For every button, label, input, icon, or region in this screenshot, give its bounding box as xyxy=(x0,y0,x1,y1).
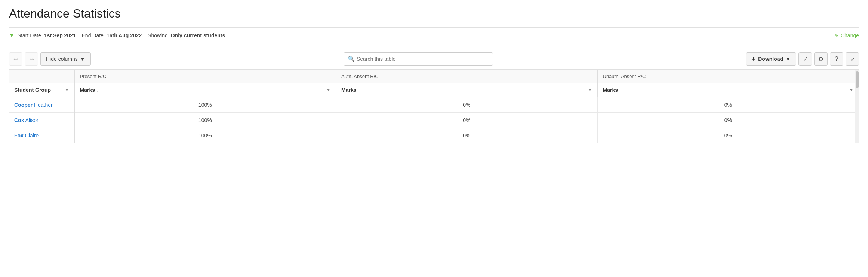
vertical-scrollbar[interactable] xyxy=(855,70,859,143)
filter-text-prefix: Start Date xyxy=(18,32,41,38)
undo-icon: ↩ xyxy=(13,56,18,63)
toolbar: ↩ ↪ Hide columns ▼ 🔍 ⬇ Download ▼ ✓ xyxy=(9,49,859,70)
col-group-student-group xyxy=(9,70,74,83)
unauth-absent-cell: 0% xyxy=(597,128,859,143)
col-group-unauth-absent-rc: Unauth. Absent R/C xyxy=(597,70,859,83)
hide-columns-button[interactable]: Hide columns ▼ xyxy=(40,52,91,66)
toolbar-right: ⬇ Download ▼ ✓ ⚙ ? ⤢ xyxy=(746,52,859,66)
col-marks-auth-header[interactable]: Marks ▼ xyxy=(336,83,598,97)
hide-columns-label: Hide columns xyxy=(46,56,78,62)
pencil-icon: ✎ xyxy=(834,32,839,38)
page-title: Attendance Statistics xyxy=(9,7,859,21)
student-name-cell: Cooper Heather xyxy=(9,97,74,113)
scroll-thumb xyxy=(856,71,859,88)
col-student-group-header[interactable]: Student Group ▼ xyxy=(9,83,74,97)
table-row: Cooper Heather 100% 0% 0% xyxy=(9,97,859,113)
marks-auth-label: Marks xyxy=(341,87,356,93)
download-label: Download xyxy=(758,56,783,62)
check-icon: ✓ xyxy=(803,56,808,63)
download-icon: ⬇ xyxy=(751,56,756,62)
student-link[interactable]: Cox Alison xyxy=(14,117,40,123)
redo-button[interactable]: ↪ xyxy=(25,52,38,66)
filter-end-date: 16th Aug 2022 xyxy=(107,32,142,38)
unauth-absent-cell: 0% xyxy=(597,113,859,128)
table-row: Fox Claire 100% 0% 0% xyxy=(9,128,859,143)
change-label: Change xyxy=(841,32,859,38)
col-group-header-row: Present R/C Auth. Absent R/C Unauth. Abs… xyxy=(9,70,859,83)
download-button[interactable]: ⬇ Download ▼ xyxy=(746,52,796,66)
marks-present-sort-icon: ↓ xyxy=(96,87,99,93)
present-cell: 100% xyxy=(74,113,336,128)
marks-unauth-dropdown-icon[interactable]: ▼ xyxy=(849,88,853,92)
present-cell: 100% xyxy=(74,97,336,113)
student-first-name: Claire xyxy=(25,133,39,138)
hide-columns-arrow-icon: ▼ xyxy=(80,56,85,62)
toolbar-center: 🔍 xyxy=(94,52,743,66)
help-icon: ? xyxy=(835,56,838,62)
filter-text-suffix: . xyxy=(228,32,230,38)
filter-icon: ▼ xyxy=(9,32,15,38)
settings-button[interactable]: ⚙ xyxy=(814,52,828,66)
marks-present-label: Marks xyxy=(80,87,95,93)
redo-icon: ↪ xyxy=(29,56,34,63)
filter-showing: Only current students xyxy=(171,32,225,38)
present-cell: 100% xyxy=(74,128,336,143)
col-marks-present-header[interactable]: Marks ↓ ▼ xyxy=(74,83,336,97)
toolbar-left: ↩ ↪ Hide columns ▼ xyxy=(9,52,91,66)
auth-absent-cell: 0% xyxy=(336,97,598,113)
marks-present-dropdown-icon[interactable]: ▼ xyxy=(326,88,330,92)
expand-button[interactable]: ⤢ xyxy=(846,52,859,66)
checkmark-button[interactable]: ✓ xyxy=(798,52,812,66)
change-link[interactable]: ✎ Change xyxy=(834,32,859,38)
student-name-cell: Fox Claire xyxy=(9,128,74,143)
auth-absent-cell: 0% xyxy=(336,128,598,143)
filter-description: ▼ Start Date 1st Sep 2021. End Date 16th… xyxy=(9,32,230,38)
undo-button[interactable]: ↩ xyxy=(9,52,22,66)
student-link[interactable]: Cooper Heather xyxy=(14,102,53,108)
filter-text-mid2: . Showing xyxy=(145,32,167,38)
filter-text-mid1: . End Date xyxy=(79,32,104,38)
col-sub-header-row: Student Group ▼ Marks ↓ ▼ xyxy=(9,83,859,97)
student-last-name: Cox xyxy=(14,117,24,123)
table-row: Cox Alison 100% 0% 0% xyxy=(9,113,859,128)
search-wrapper: 🔍 xyxy=(344,52,493,66)
student-first-name: Heather xyxy=(34,102,53,108)
marks-unauth-label: Marks xyxy=(603,87,618,93)
help-button[interactable]: ? xyxy=(830,52,843,66)
marks-auth-dropdown-icon[interactable]: ▼ xyxy=(588,88,592,92)
student-last-name: Fox xyxy=(14,133,24,138)
attendance-table: Present R/C Auth. Absent R/C Unauth. Abs… xyxy=(9,70,859,143)
page-container: Attendance Statistics ▼ Start Date 1st S… xyxy=(0,0,868,143)
unauth-absent-cell: 0% xyxy=(597,97,859,113)
search-icon: 🔍 xyxy=(348,56,355,62)
table-wrapper: Present R/C Auth. Absent R/C Unauth. Abs… xyxy=(9,70,859,143)
search-input[interactable] xyxy=(344,52,493,66)
student-first-name: Alison xyxy=(25,117,40,123)
table-body: Cooper Heather 100% 0% 0% Cox Alison 100… xyxy=(9,97,859,143)
col-marks-unauth-header[interactable]: Marks ▼ xyxy=(597,83,859,97)
filter-bar: ▼ Start Date 1st Sep 2021. End Date 16th… xyxy=(9,27,859,43)
student-name-cell: Cox Alison xyxy=(9,113,74,128)
col-group-auth-absent-rc: Auth. Absent R/C xyxy=(336,70,598,83)
student-link[interactable]: Fox Claire xyxy=(14,133,39,138)
expand-icon: ⤢ xyxy=(850,56,855,62)
download-arrow-icon: ▼ xyxy=(785,56,791,62)
filter-start-date: 1st Sep 2021 xyxy=(44,32,76,38)
gear-icon: ⚙ xyxy=(818,56,824,63)
student-last-name: Cooper xyxy=(14,102,33,108)
student-group-label: Student Group xyxy=(14,87,51,93)
col-group-present-rc: Present R/C xyxy=(74,70,336,83)
auth-absent-cell: 0% xyxy=(336,113,598,128)
student-group-dropdown-icon[interactable]: ▼ xyxy=(65,88,69,92)
